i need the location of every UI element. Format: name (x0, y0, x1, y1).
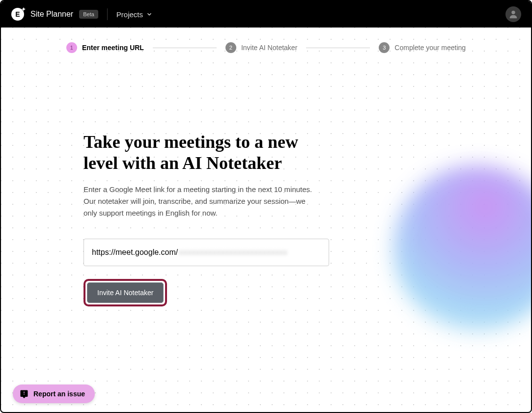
step-2-label: Invite AI Notetaker (241, 44, 297, 52)
header-divider (107, 8, 108, 20)
header-left: E ✦ Site Planner Beta Projects (11, 7, 153, 21)
step-3: 3 Complete your meeting (379, 42, 466, 53)
step-1-label: Enter meeting URL (82, 44, 144, 52)
svg-point-0 (511, 11, 515, 14)
url-masked: xxxxxxxxxxxxxxxxxxxxxxxxxx (179, 248, 287, 257)
app-logo[interactable]: E ✦ (11, 7, 25, 21)
decorative-gradient-blob (393, 165, 531, 332)
content-section: Take your meetings to a new level with a… (1, 63, 335, 306)
progress-stepper: 1 Enter meeting URL 2 Invite AI Notetake… (1, 28, 531, 63)
invite-button-highlight: Invite AI Notetaker (84, 279, 167, 306)
report-issue-button[interactable]: Report an issue (13, 385, 95, 403)
report-label: Report an issue (33, 390, 85, 398)
app-header: E ✦ Site Planner Beta Projects (1, 1, 531, 28)
invite-notetaker-button[interactable]: Invite AI Notetaker (87, 282, 164, 303)
user-icon (508, 9, 519, 20)
page-heading: Take your meetings to a new level with a… (84, 132, 335, 174)
step-1-circle: 1 (66, 42, 77, 53)
step-2: 2 Invite AI Notetaker (225, 42, 297, 53)
chevron-down-icon (146, 11, 153, 18)
elementor-logo-icon: E (15, 10, 20, 18)
app-title: Site Planner (30, 10, 73, 19)
report-icon (20, 389, 28, 398)
main-canvas: 1 Enter meeting URL 2 Invite AI Notetake… (1, 28, 531, 412)
beta-badge: Beta (79, 10, 98, 19)
page-description: Enter a Google Meet link for a meeting s… (84, 184, 314, 219)
user-avatar-button[interactable] (505, 6, 521, 22)
step-2-circle: 2 (225, 42, 236, 53)
url-prefix: https://meet.google.com/ (92, 248, 178, 257)
step-3-circle: 3 (379, 42, 390, 53)
meeting-url-input[interactable]: https://meet.google.com/ xxxxxxxxxxxxxxx… (84, 239, 329, 266)
step-3-label: Complete your meeting (394, 44, 466, 52)
sparkle-icon: ✦ (21, 6, 26, 13)
step-1: 1 Enter meeting URL (66, 42, 144, 53)
projects-dropdown[interactable]: Projects (116, 10, 153, 19)
step-connector (153, 48, 217, 48)
step-connector (306, 48, 370, 48)
projects-label: Projects (116, 10, 143, 19)
